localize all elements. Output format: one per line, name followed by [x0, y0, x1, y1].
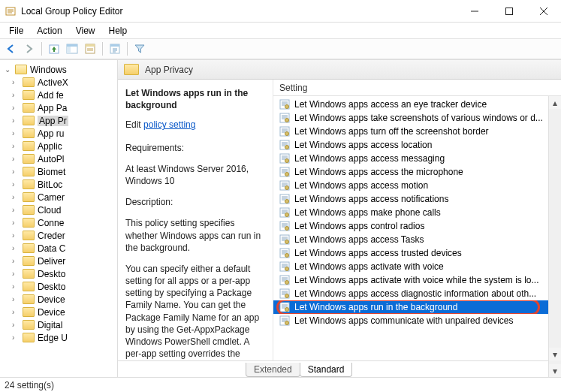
- statusbar: 24 setting(s): [0, 377, 561, 392]
- setting-item[interactable]: Let Windows apps control radios: [273, 219, 561, 233]
- svg-point-13: [285, 119, 289, 122]
- menu-view[interactable]: View: [70, 24, 101, 38]
- setting-item[interactable]: Let Windows apps access notifications: [273, 192, 561, 206]
- tree-item[interactable]: ›Digital: [5, 318, 117, 331]
- scroll-down-icon[interactable]: ▾: [549, 348, 561, 360]
- setting-item[interactable]: Let Windows apps access trusted devices: [273, 246, 561, 260]
- setting-item[interactable]: Let Windows apps access Tasks: [273, 233, 561, 246]
- setting-item[interactable]: Let Windows apps access motion: [273, 179, 561, 192]
- setting-item[interactable]: Let Windows apps access diagnostic infor…: [273, 287, 561, 300]
- edit-line: Edit policy setting: [125, 119, 265, 131]
- tree-item[interactable]: ›Cloud: [5, 204, 117, 216]
- tree-item[interactable]: ›Deskto: [5, 267, 117, 280]
- menu-file[interactable]: File: [3, 24, 29, 38]
- setting-item[interactable]: Let Windows apps access location: [273, 138, 561, 152]
- tree-item[interactable]: ›Device: [5, 293, 117, 306]
- forward-button[interactable]: [21, 41, 38, 57]
- tree-item[interactable]: ›ActiveX: [5, 76, 117, 89]
- properties-button[interactable]: [82, 41, 98, 57]
- tab-standard[interactable]: Standard: [300, 363, 353, 377]
- settings-scrollbar[interactable]: ▴ ▾: [548, 96, 561, 360]
- tree-item[interactable]: ›BitLoc: [5, 178, 117, 191]
- svg-point-23: [285, 186, 289, 190]
- tree-item[interactable]: ›App Pr: [5, 114, 117, 127]
- tree-item[interactable]: ›Deliver: [5, 255, 117, 267]
- svg-rect-7: [86, 44, 95, 47]
- edit-policy-link[interactable]: policy setting: [143, 119, 195, 130]
- filter-button[interactable]: [131, 41, 148, 57]
- tree-item[interactable]: ›AutoPl: [5, 152, 117, 165]
- setting-item[interactable]: Let Windows apps access messaging: [273, 152, 561, 165]
- detail-header: App Privacy: [118, 60, 561, 80]
- tree-item[interactable]: ›Deskto: [5, 280, 117, 293]
- tree-item[interactable]: ›App Pa: [5, 101, 117, 114]
- tree-item[interactable]: ›Data C: [5, 242, 117, 255]
- svg-rect-4: [67, 44, 77, 47]
- tree: ⌄Windows›ActiveX›Add fe›App Pa›App Pr›Ap…: [5, 63, 117, 344]
- svg-point-19: [285, 159, 289, 163]
- setting-item[interactable]: Let Windows apps access an eye tracker d…: [273, 98, 561, 111]
- setting-item[interactable]: Let Windows apps make phone calls: [273, 206, 561, 219]
- menu-help[interactable]: Help: [103, 24, 134, 38]
- svg-point-21: [285, 173, 289, 176]
- tree-item[interactable]: ›Applic: [5, 140, 117, 152]
- svg-point-39: [285, 294, 289, 298]
- svg-point-37: [285, 281, 289, 285]
- requirements-heading: Requirements:: [125, 142, 265, 154]
- back-button[interactable]: [3, 41, 20, 57]
- svg-point-27: [285, 213, 289, 217]
- svg-point-41: [285, 308, 289, 312]
- up-button[interactable]: [46, 41, 62, 57]
- description-pane: Let Windows apps run in the background E…: [118, 80, 273, 360]
- status-text: 24 setting(s): [5, 380, 54, 390]
- folder-icon: [124, 64, 139, 75]
- description-heading: Description:: [125, 196, 265, 208]
- settings-list: Let Windows apps access an eye tracker d…: [273, 96, 561, 360]
- tree-pane[interactable]: ⌄Windows›ActiveX›Add fe›App Pa›App Pr›Ap…: [0, 60, 118, 377]
- minimize-button[interactable]: [457, 0, 492, 23]
- tree-item[interactable]: ›Edge U: [5, 331, 117, 344]
- svg-rect-1: [506, 8, 513, 14]
- tree-root-node[interactable]: ⌄Windows: [5, 63, 117, 76]
- app-icon: [5, 5, 17, 17]
- tree-item[interactable]: ›Conne: [5, 216, 117, 229]
- setting-item[interactable]: Let Windows apps take screenshots of var…: [273, 111, 561, 125]
- svg-point-15: [285, 132, 289, 136]
- tree-item[interactable]: ›Creder: [5, 229, 117, 242]
- detail-pane: App Privacy Let Windows apps run in the …: [118, 60, 561, 377]
- tab-extended[interactable]: Extended: [246, 363, 300, 377]
- setting-item[interactable]: Let Windows apps access the microphone: [273, 165, 561, 179]
- edit-prefix: Edit: [125, 119, 141, 130]
- settings-list-pane: Setting Let Windows apps access an eye t…: [273, 80, 561, 360]
- show-hide-tree-button[interactable]: [64, 41, 80, 57]
- description-body-2: You can specify either a default setting…: [125, 263, 265, 360]
- setting-item[interactable]: Let Windows apps run in the background: [273, 300, 561, 314]
- svg-point-11: [285, 105, 289, 109]
- menu-action[interactable]: Action: [31, 24, 68, 38]
- toolbar: [0, 38, 561, 59]
- tree-item[interactable]: ›Camer: [5, 191, 117, 204]
- content-area: ⌄Windows›ActiveX›Add fe›App Pa›App Pr›Ap…: [0, 59, 561, 377]
- svg-point-31: [285, 240, 289, 244]
- svg-point-17: [285, 146, 289, 149]
- export-button[interactable]: [107, 41, 123, 57]
- svg-point-43: [285, 321, 289, 325]
- close-button[interactable]: [526, 0, 561, 23]
- setting-item[interactable]: Let Windows apps communicate with unpair…: [273, 314, 561, 327]
- scroll-up-icon[interactable]: ▴: [549, 96, 561, 109]
- column-header-setting[interactable]: Setting: [273, 80, 561, 96]
- titlebar: Local Group Policy Editor: [0, 0, 561, 23]
- setting-item[interactable]: Let Windows apps activate with voice whi…: [273, 273, 561, 287]
- svg-rect-5: [67, 47, 71, 53]
- tree-item[interactable]: ›App ru: [5, 127, 117, 140]
- tree-item[interactable]: ›Biomet: [5, 165, 117, 178]
- setting-item[interactable]: Let Windows apps turn off the screenshot…: [273, 125, 561, 138]
- tree-item[interactable]: ›Add fe: [5, 89, 117, 101]
- tree-item[interactable]: ›Device: [5, 306, 117, 318]
- svg-point-25: [285, 200, 289, 204]
- setting-item[interactable]: Let Windows apps activate with voice: [273, 260, 561, 273]
- detail-header-label: App Privacy: [145, 65, 193, 75]
- tabstrip: Extended Standard: [118, 360, 561, 377]
- window-title: Local Group Policy Editor: [21, 6, 457, 17]
- maximize-button[interactable]: [492, 0, 526, 23]
